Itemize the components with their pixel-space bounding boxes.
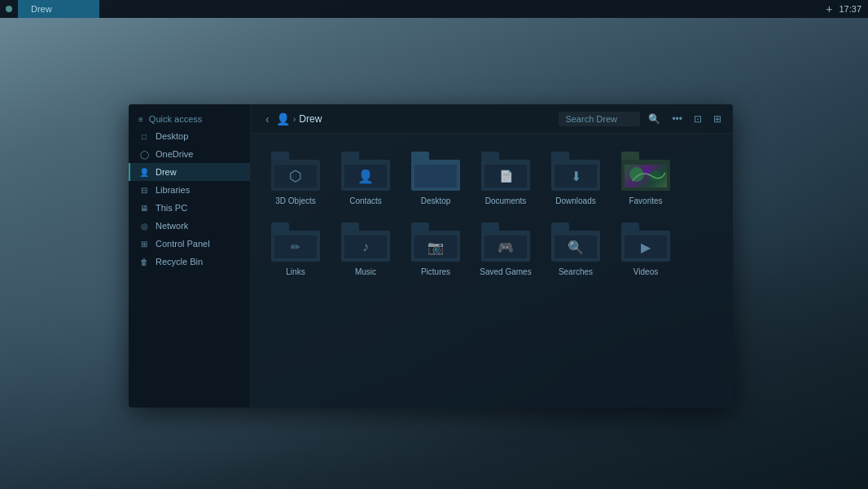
folder-videos-icon: ▶ — [621, 222, 670, 262]
sidebar-quick-access-header: ≡ Quick access — [129, 111, 250, 127]
main-content: ‹ 👤 › Drew 🔍 ••• ⊡ ⊞ ⬡ — [251, 104, 733, 408]
sidebar-libraries-label: Libraries — [156, 185, 190, 195]
folder-contacts-label: Contacts — [349, 196, 381, 206]
more-options-icon[interactable]: ••• — [669, 112, 686, 126]
taskbar: Drew + 17:37 — [0, 0, 868, 18]
folder-documents-label: Documents — [485, 196, 527, 206]
sidebar-controlpanel-label: Control Panel — [156, 239, 210, 249]
folder-pictures-label: Pictures — [421, 267, 450, 277]
folder-contacts-icon: 👤 — [341, 152, 390, 191]
folder-favorites[interactable]: Favorites — [614, 147, 677, 211]
sidebar-desktop-label: Desktop — [156, 131, 188, 141]
breadcrumb: 👤 › Drew — [276, 112, 559, 126]
onedrive-icon: ◯ — [138, 148, 150, 160]
folder-music-icon: ♪ — [341, 222, 390, 262]
folder-links-icon: ✏ — [271, 222, 320, 262]
taskbar-left: Drew — [0, 0, 99, 18]
hamburger-icon: ≡ — [138, 115, 143, 124]
folder-searches[interactable]: 🔍 Searches — [544, 218, 607, 282]
quick-access-label: Quick access — [149, 114, 202, 124]
folder-documents[interactable]: 📄 Documents — [474, 147, 537, 211]
folder-downloads[interactable]: ⬇ Downloads — [544, 147, 607, 211]
recyclebin-icon: 🗑 — [138, 256, 150, 267]
folder-savedgames-icon: 🎮 — [481, 222, 530, 262]
folder-pictures-icon: 📷 — [411, 222, 460, 262]
folder-3dobjects-icon: ⬡ — [271, 152, 320, 191]
folder-downloads-label: Downloads — [555, 196, 595, 206]
view-toggle-icon[interactable]: ⊡ — [690, 112, 705, 126]
folder-3dobjects[interactable]: ⬡ 3D Objects — [264, 147, 327, 211]
folder-desktop-label: Desktop — [421, 196, 451, 206]
sidebar-item-recyclebin[interactable]: 🗑 Recycle Bin — [129, 253, 250, 271]
folder-savedgames-label: Saved Games — [480, 267, 531, 277]
folder-links-label: Links — [286, 267, 305, 277]
desktop-icon: □ — [138, 130, 150, 142]
pc-icon: 🖥 — [138, 202, 150, 214]
taskbar-dot — [0, 0, 18, 18]
search-input[interactable] — [559, 112, 640, 126]
folder-links[interactable]: ✏ Links — [264, 218, 327, 282]
sidebar-drew-label: Drew — [156, 167, 177, 177]
sidebar: ≡ Quick access □ Desktop ◯ OneDrive 👤 Dr… — [129, 104, 251, 408]
folder-pictures[interactable]: 📷 Pictures — [404, 218, 467, 282]
sidebar-recyclebin-label: Recycle Bin — [156, 257, 203, 267]
taskbar-add-button[interactable]: + — [826, 2, 832, 15]
libraries-icon: ⊟ — [138, 184, 150, 196]
folder-desktop-icon — [411, 152, 460, 191]
controlpanel-icon: ⊞ — [138, 238, 150, 249]
sidebar-network-label: Network — [156, 221, 188, 231]
sidebar-item-desktop[interactable]: □ Desktop — [129, 127, 250, 145]
folder-music[interactable]: ♪ Music — [334, 218, 397, 282]
folder-music-label: Music — [355, 267, 376, 277]
back-button[interactable]: ‹ — [259, 109, 276, 129]
folder-savedgames[interactable]: 🎮 Saved Games — [474, 218, 537, 282]
sidebar-item-onedrive[interactable]: ◯ OneDrive — [129, 145, 250, 163]
titlebar: ‹ 👤 › Drew 🔍 ••• ⊡ ⊞ — [251, 104, 733, 134]
folder-downloads-icon: ⬇ — [551, 152, 600, 191]
folder-3dobjects-label: 3D Objects — [275, 196, 315, 206]
search-icon[interactable]: 🔍 — [645, 112, 664, 126]
sidebar-item-controlpanel[interactable]: ⊞ Control Panel — [129, 235, 250, 253]
taskbar-title[interactable]: Drew — [18, 0, 99, 18]
sidebar-onedrive-label: OneDrive — [156, 149, 193, 159]
folder-contacts[interactable]: 👤 Contacts — [334, 147, 397, 211]
taskbar-time: 17:37 — [839, 4, 861, 14]
folder-desktop[interactable]: Desktop — [404, 147, 467, 211]
folder-documents-icon: 📄 — [481, 152, 530, 191]
folder-favorites-icon — [621, 152, 670, 191]
breadcrumb-user-icon: 👤 — [276, 112, 290, 126]
sidebar-item-thispc[interactable]: 🖥 This PC — [129, 199, 250, 217]
sidebar-item-network[interactable]: ◎ Network — [129, 217, 250, 235]
breadcrumb-current: Drew — [299, 113, 322, 125]
taskbar-right: + 17:37 — [826, 2, 868, 15]
grid-view-icon[interactable]: ⊞ — [710, 112, 725, 126]
sidebar-item-libraries[interactable]: ⊟ Libraries — [129, 181, 250, 199]
user-icon: 👤 — [138, 166, 150, 178]
network-icon: ◎ — [138, 220, 150, 231]
breadcrumb-separator: › — [293, 114, 296, 124]
folder-videos[interactable]: ▶ Videos — [614, 218, 677, 282]
folder-searches-label: Searches — [559, 267, 593, 277]
titlebar-actions: 🔍 ••• ⊡ ⊞ — [559, 112, 725, 126]
folder-searches-icon: 🔍 — [551, 222, 600, 262]
sidebar-item-drew[interactable]: 👤 Drew — [129, 163, 250, 181]
folder-favorites-label: Favorites — [629, 196, 662, 206]
file-explorer-window: ≡ Quick access □ Desktop ◯ OneDrive 👤 Dr… — [129, 104, 733, 408]
folder-videos-label: Videos — [633, 267, 658, 277]
sidebar-thispc-label: This PC — [156, 203, 187, 213]
file-grid: ⬡ 3D Objects 👤 Contacts — [251, 134, 733, 408]
